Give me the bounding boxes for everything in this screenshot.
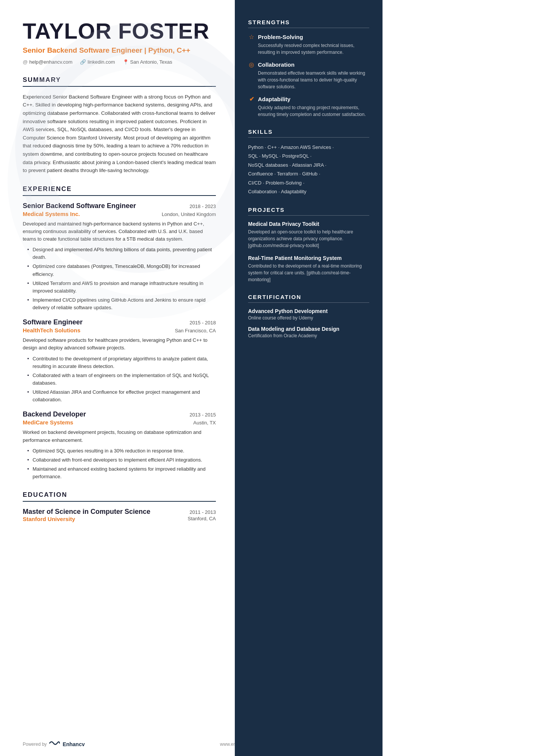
edu-dates-1: 2011 - 2013 bbox=[190, 509, 216, 515]
skills-section: SKILLS Python · C++ · Amazon AWS Service… bbox=[248, 128, 369, 196]
job-company-row-2: HealthTech Solutions San Francisco, CA bbox=[23, 327, 216, 333]
bullet-item: Utilized Atlassian JIRA and Confluence f… bbox=[27, 388, 216, 404]
edu-school-row-1: Stanford University Stanford, CA bbox=[23, 516, 216, 522]
cert-item-1: Advanced Python Development Online cours… bbox=[248, 308, 369, 321]
strength-desc-3: Quickly adapted to changing project requ… bbox=[248, 104, 369, 118]
strengths-title: STRENGTHS bbox=[248, 19, 369, 28]
location-icon: 📍 bbox=[123, 59, 129, 65]
edu-location-1: Stanford, CA bbox=[188, 516, 216, 522]
skills-line-3: NoSQL databases · Atlassian JIRA · bbox=[248, 162, 326, 168]
project-desc-1: Developed an open-source toolkit to help… bbox=[248, 229, 369, 249]
job-company-1: Medical Systems Inc. bbox=[23, 211, 80, 217]
certification-title: CERTIFICATION bbox=[248, 294, 369, 303]
certification-section: CERTIFICATION Advanced Python Developmen… bbox=[248, 294, 369, 338]
strength-item-2: ◎ Collaboration Demonstrated effective t… bbox=[248, 61, 369, 90]
job-bullets-3: Optimized SQL queries resulting in a 30%… bbox=[23, 447, 216, 481]
education-item-1: Master of Science in Computer Science 20… bbox=[23, 508, 216, 522]
location-value: San Antonio, Texas bbox=[130, 59, 172, 65]
skills-line-5: CI/CD · Problem-Solving · bbox=[248, 180, 304, 186]
email-icon: @ bbox=[23, 59, 28, 65]
enhancv-logo bbox=[49, 740, 60, 748]
bullet-item: Implemented CI/CD pipelines using GitHub… bbox=[27, 296, 216, 311]
strength-name-1: Problem-Solving bbox=[258, 34, 303, 40]
footer-brand: Powered by Enhancv bbox=[23, 740, 85, 748]
strength-name-2: Collaboration bbox=[258, 61, 295, 68]
education-section: EDUCATION Master of Science in Computer … bbox=[23, 491, 216, 522]
bullet-item: Maintained and enhanced existing backend… bbox=[27, 465, 216, 481]
bullet-item: Optimized SQL queries resulting in a 30%… bbox=[27, 447, 216, 455]
project-desc-2: Contributed to the development of a real… bbox=[248, 263, 369, 283]
job-desc-1: Developed and maintained high-performanc… bbox=[23, 220, 216, 243]
job-title-1: Senior Backend Software Engineer bbox=[23, 202, 136, 210]
cert-item-2: Data Modeling and Database Design Certif… bbox=[248, 326, 369, 338]
job-dates-2: 2015 - 2018 bbox=[190, 320, 216, 326]
job-location-1: London, United Kingdom bbox=[162, 211, 216, 217]
experience-title: EXPERIENCE bbox=[23, 185, 216, 196]
cert-issuer-2: Certification from Oracle Academy bbox=[248, 333, 369, 338]
footer: Powered by Enhancv www.enhancv.com bbox=[23, 740, 235, 748]
skills-text: Python · C++ · Amazon AWS Services · SQL… bbox=[248, 143, 369, 196]
bullet-item: Optimized core databases (Postgres, Time… bbox=[27, 263, 216, 278]
job-item-3: Backend Developer 2013 - 2015 MediCare S… bbox=[23, 410, 216, 481]
summary-title: SUMMARY bbox=[23, 76, 216, 87]
cert-name-1: Advanced Python Development bbox=[248, 308, 369, 314]
job-bullets-2: Contributed to the development of propri… bbox=[23, 355, 216, 404]
job-company-row-1: Medical Systems Inc. London, United King… bbox=[23, 211, 216, 217]
job-header-3: Backend Developer 2013 - 2015 bbox=[23, 410, 216, 418]
right-panel: STRENGTHS ☆ Problem-Solving Successfully… bbox=[235, 0, 383, 756]
job-header-2: Software Engineer 2015 - 2018 bbox=[23, 318, 216, 326]
strength-desc-1: Successfully resolved complex technical … bbox=[248, 42, 369, 56]
project-item-1: Medical Data Privacy Toolkit Developed a… bbox=[248, 221, 369, 249]
problem-solving-icon: ☆ bbox=[248, 33, 255, 41]
job-company-3: MediCare Systems bbox=[23, 419, 73, 426]
education-title: EDUCATION bbox=[23, 491, 216, 502]
bullet-item: Collaborated with front-end developers t… bbox=[27, 456, 216, 464]
linkedin-contact: 🔗 linkedin.com bbox=[80, 59, 115, 65]
job-dates-1: 2018 - 2023 bbox=[190, 203, 216, 209]
job-header-1: Senior Backend Software Engineer 2018 - … bbox=[23, 202, 216, 210]
linkedin-icon: 🔗 bbox=[80, 59, 86, 65]
skills-line-1: Python · C++ · Amazon AWS Services · bbox=[248, 144, 334, 150]
strengths-section: STRENGTHS ☆ Problem-Solving Successfully… bbox=[248, 19, 369, 118]
job-bullets-1: Designed and implemented APIs fetching b… bbox=[23, 246, 216, 311]
experience-section: EXPERIENCE Senior Backend Software Engin… bbox=[23, 185, 216, 481]
strength-header-3: ✔ Adaptability bbox=[248, 95, 369, 103]
job-desc-2: Developed software products for healthca… bbox=[23, 337, 216, 352]
job-item-2: Software Engineer 2015 - 2018 HealthTech… bbox=[23, 318, 216, 404]
project-name-2: Real-Time Patient Monitoring System bbox=[248, 255, 369, 261]
edu-degree-1: Master of Science in Computer Science bbox=[23, 508, 150, 516]
strength-name-3: Adaptability bbox=[258, 96, 290, 102]
strength-desc-2: Demonstrated effective teamwork skills w… bbox=[248, 70, 369, 90]
job-title-3: Backend Developer bbox=[23, 410, 86, 418]
job-company-2: HealthTech Solutions bbox=[23, 327, 80, 333]
strength-header-2: ◎ Collaboration bbox=[248, 61, 369, 68]
candidate-title: Senior Backend Software Engineer | Pytho… bbox=[23, 46, 216, 55]
job-company-row-3: MediCare Systems Austin, TX bbox=[23, 419, 216, 426]
skills-line-4: Confluence · Terraform · GitHub · bbox=[248, 171, 320, 177]
candidate-name: TAYLOR FOSTER bbox=[23, 19, 216, 43]
job-location-2: San Francisco, CA bbox=[175, 328, 216, 333]
bullet-item: Utilized Terraform and AWS to provision … bbox=[27, 280, 216, 295]
job-title-2: Software Engineer bbox=[23, 318, 83, 326]
skills-title: SKILLS bbox=[248, 128, 369, 138]
resume-container: TAYLOR FOSTER Senior Backend Software En… bbox=[0, 0, 534, 756]
skills-line-6: Collaboration · Adaptability bbox=[248, 189, 306, 194]
footer-url: www.enhancv.com bbox=[220, 742, 235, 747]
cert-issuer-1: Online course offered by Udemy bbox=[248, 315, 369, 321]
adaptability-icon: ✔ bbox=[248, 95, 255, 103]
projects-title: PROJECTS bbox=[248, 207, 369, 216]
powered-by-text: Powered by bbox=[23, 742, 47, 747]
project-item-2: Real-Time Patient Monitoring System Cont… bbox=[248, 255, 369, 283]
summary-section: SUMMARY Experienced Senior Backend Softw… bbox=[23, 76, 216, 175]
cert-name-2: Data Modeling and Database Design bbox=[248, 326, 369, 332]
email-value: help@enhancv.com bbox=[29, 59, 72, 65]
job-desc-3: Worked on backend development projects, … bbox=[23, 429, 216, 444]
strength-header-1: ☆ Problem-Solving bbox=[248, 33, 369, 41]
job-dates-3: 2013 - 2015 bbox=[190, 412, 216, 418]
header-section: TAYLOR FOSTER Senior Backend Software En… bbox=[23, 19, 216, 65]
bullet-item: Collaborated with a team of engineers on… bbox=[27, 372, 216, 387]
collaboration-icon: ◎ bbox=[248, 61, 255, 68]
job-item-1: Senior Backend Software Engineer 2018 - … bbox=[23, 202, 216, 312]
bullet-item: Contributed to the development of propri… bbox=[27, 355, 216, 370]
brand-name: Enhancv bbox=[62, 741, 84, 747]
